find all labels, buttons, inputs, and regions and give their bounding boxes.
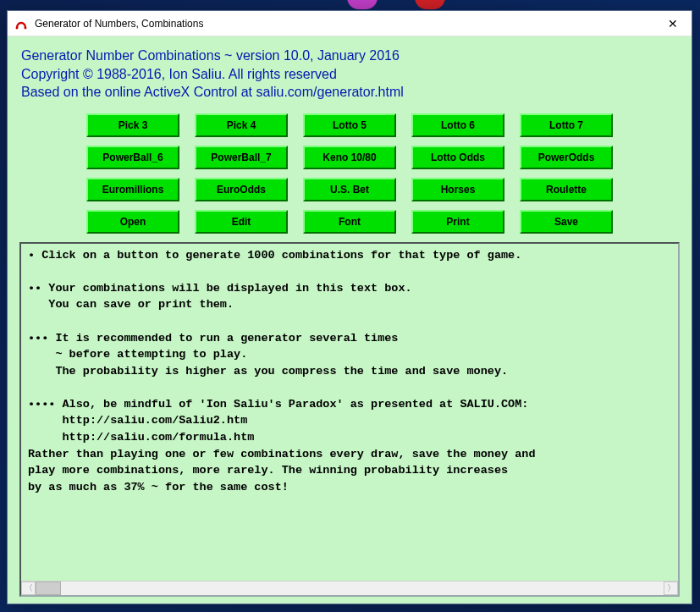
powerball-6-button[interactable]: PowerBall_6 <box>86 146 179 169</box>
pick-3-button[interactable]: Pick 3 <box>86 113 179 137</box>
horizontal-scrollbar[interactable]: 〈 〉 <box>21 581 678 595</box>
font-button[interactable]: Font <box>303 210 396 234</box>
scroll-left-arrow-icon[interactable]: 〈 <box>21 582 36 595</box>
euro-odds-button[interactable]: EuroOdds <box>195 178 288 201</box>
scroll-track[interactable] <box>36 582 664 595</box>
scroll-right-arrow-icon[interactable]: 〉 <box>664 582 678 595</box>
horses-button[interactable]: Horses <box>411 178 504 201</box>
power-odds-button[interactable]: PowerOdds <box>520 146 613 169</box>
roulette-button[interactable]: Roulette <box>520 178 613 201</box>
desktop-decoration <box>415 0 445 9</box>
client-area: Generator Number Combinations ~ version … <box>8 36 692 604</box>
euromillions-button[interactable]: Euromillions <box>86 178 179 201</box>
output-text[interactable]: • Click on a button to generate 1000 com… <box>28 247 676 579</box>
save-button[interactable]: Save <box>520 210 613 234</box>
svg-point-0 <box>16 26 19 29</box>
app-window: Generator of Numbers, Combinations ✕ Gen… <box>7 10 692 604</box>
svg-point-1 <box>25 26 27 29</box>
lotto-5-button[interactable]: Lotto 5 <box>303 113 396 137</box>
header-line-3: Based on the online ActiveX Control at s… <box>21 83 680 102</box>
output-textbox[interactable]: • Click on a button to generate 1000 com… <box>19 242 680 597</box>
desktop-decoration <box>347 0 378 9</box>
horseshoe-icon <box>14 17 28 30</box>
close-icon: ✕ <box>668 17 678 30</box>
keno-10-80-button[interactable]: Keno 10/80 <box>303 146 396 169</box>
powerball-7-button[interactable]: PowerBall_7 <box>195 146 288 169</box>
header-line-1: Generator Number Combinations ~ version … <box>21 47 680 65</box>
lotto-6-button[interactable]: Lotto 6 <box>411 113 504 137</box>
scroll-thumb[interactable] <box>36 582 61 595</box>
app-header: Generator Number Combinations ~ version … <box>21 47 680 102</box>
edit-button[interactable]: Edit <box>195 210 288 234</box>
lotto-odds-button[interactable]: Lotto Odds <box>411 146 504 169</box>
close-button[interactable]: ✕ <box>653 11 692 36</box>
pick-4-button[interactable]: Pick 4 <box>195 113 288 137</box>
lotto-7-button[interactable]: Lotto 7 <box>520 113 613 137</box>
print-button[interactable]: Print <box>411 210 504 234</box>
window-title: Generator of Numbers, Combinations <box>35 18 653 30</box>
us-bet-button[interactable]: U.S. Bet <box>303 178 396 201</box>
header-line-2: Copyright © 1988-2016, Ion Saliu. All ri… <box>21 65 680 84</box>
open-button[interactable]: Open <box>86 210 179 234</box>
button-grid: Pick 3 Pick 4 Lotto 5 Lotto 6 Lotto 7 Po… <box>86 113 613 234</box>
titlebar[interactable]: Generator of Numbers, Combinations ✕ <box>8 11 692 36</box>
